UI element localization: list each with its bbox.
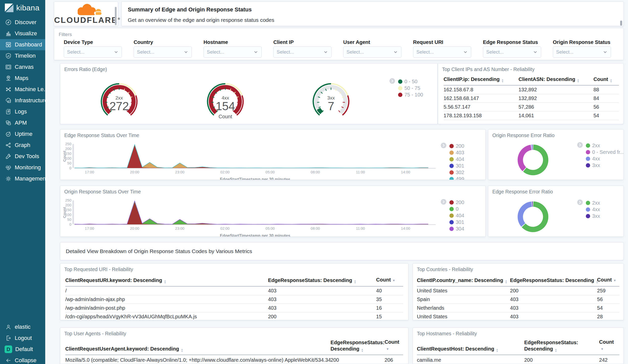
sidebar-item-monitoring[interactable]: Monitoring [0,162,45,173]
legend-item[interactable]: 0 - 50 [389,78,423,85]
table-row[interactable]: United States200259 [417,287,619,295]
sort-desc-icon[interactable]: ▼ [392,279,395,282]
sort-icon[interactable]: ▲▼ [181,348,183,352]
legend-item[interactable]: 0 - Served fr... [577,149,624,155]
y-axis-title: Count [62,205,67,220]
filter-select-user-agent[interactable]: Select... [343,46,401,58]
sidebar-item-management[interactable]: Management [0,173,45,184]
filter-select-device-type[interactable]: Select... [64,46,122,58]
sidebar-item-apm[interactable]: APM [0,117,45,128]
panel-scrollbar[interactable] [115,7,117,25]
sidebar-item-collapse[interactable]: Collapse [0,355,45,364]
sidebar-item-label: Management [15,175,47,182]
sidebar-item-machine-le[interactable]: Machine Le... [0,84,45,95]
table-row[interactable]: Netherlands40354 [417,304,619,312]
column-header[interactable]: ClientIP.country_name: Descending▲▼ [417,277,510,284]
column-header[interactable]: EdgeResponseStatus:Descending▲▼ [331,339,385,352]
sidebar-item-default[interactable]: DDefault [0,344,45,355]
column-header[interactable]: Count▲▼ [593,76,619,83]
column-header[interactable]: ClientASN: Descending▲▼ [519,76,593,83]
filter-select-request-uri[interactable]: Select... [413,46,471,58]
column-header[interactable]: EdgeResponseStatus: Descending▲▼ [268,277,376,284]
table-row[interactable]: 5.56.57.14757,28656 [444,103,619,111]
sidebar-item-dev-tools[interactable]: Dev Tools [0,151,45,162]
legend-item[interactable]: 4xx [577,155,624,162]
sort-icon[interactable]: ▲▼ [577,79,579,83]
sidebar-item-dashboard[interactable]: Dashboard [0,39,45,50]
gauge-3xx[interactable]: 3xx7 [307,78,355,119]
sort-icon[interactable]: ▲▼ [555,348,557,352]
edge-error-donut[interactable] [515,199,551,236]
column-header[interactable]: Count▼ [597,277,619,284]
filter-select-hostname[interactable]: Select... [203,46,262,58]
sort-icon[interactable]: ▲▼ [496,348,498,352]
table-row[interactable]: 162.158.68.147132,89284 [444,94,619,103]
column-header[interactable]: Count▼ [376,277,403,284]
filter-select-origin-response-status[interactable]: Select... [553,46,611,58]
table-row[interactable]: 162.158.67.8132,89288 [444,86,619,94]
expand-legend-icon[interactable] [389,78,395,85]
column-header[interactable]: Count▼ [599,339,619,352]
sort-icon[interactable]: ▲▼ [505,280,507,284]
table-cell: 84 [593,95,619,101]
filter-select-client-ip[interactable]: Select... [273,46,332,58]
table-row[interactable]: United States40328 [417,312,619,320]
filter-select-edge-response-status[interactable]: Select... [483,46,541,58]
column-header[interactable]: Count▼ [385,339,403,352]
sidebar-item-logout[interactable]: Logout [0,333,45,344]
legend-item[interactable]: 3xx [577,162,624,169]
table-row[interactable]: 178.128.193.15814,06154 [444,111,619,120]
column-header[interactable]: EdgeResponseStatus: Descending▲▼ [510,277,597,284]
kibana-logo[interactable]: kibana [0,0,45,16]
legend-item[interactable]: 75 - 100 [389,91,423,98]
sidebar-nav: DiscoverVisualizeDashboardTimelionCanvas… [0,17,45,184]
legend-item[interactable]: 4xx [577,206,600,213]
sidebar-item-timelion[interactable]: Timelion [0,50,45,61]
sort-icon[interactable]: ▲▼ [610,79,612,83]
sidebar-item-uptime[interactable]: Uptime [0,128,45,140]
gauge-2xx[interactable]: 2xx272 [95,78,143,119]
sidebar-item-graph[interactable]: Graph [0,140,45,151]
sidebar-item-logs[interactable]: Logs [0,106,45,117]
sort-icon[interactable]: ▲▼ [354,280,356,284]
table-row[interactable]: camilia.me200242 [417,355,619,364]
column-header[interactable]: ClientRequestHost: Descending▲▼ [417,346,524,352]
sidebar-item-label: Collapse [15,357,37,364]
sidebar-item-canvas[interactable]: Canvas [0,61,45,73]
table-row[interactable]: Spain40356 [417,295,619,304]
sort-icon[interactable]: ▲▼ [501,79,504,83]
sidebar-item-infrastructure[interactable]: Infrastructure [0,95,45,106]
sort-desc-icon[interactable]: ▼ [601,347,604,351]
column-header[interactable]: EdgeResponseStatus:Descending▲▼ [524,339,599,352]
panel-scrollbar[interactable] [620,21,622,26]
legend-item[interactable]: 50 - 75 [389,85,423,91]
sidebar-item-elastic[interactable]: elastic [0,321,45,333]
table-row[interactable]: /cdn-cgi/apps/head/xVgyKhR-vV3dAUGhMqfBc… [65,312,403,320]
sidebar-item-visualize[interactable]: Visualize [0,28,45,39]
table-row[interactable]: Mozilla/5.0 (compatible; CloudFlare-Alwa… [65,355,403,364]
sidebar-item-discover[interactable]: Discover [0,17,45,28]
dashboard-title: Summary of Edge and Origin Response Stat… [128,6,252,13]
legend-color-dot [398,79,402,84]
filter-select-country[interactable]: Select... [134,46,192,58]
svg-text:7: 7 [328,100,334,113]
sort-icon[interactable]: ▲▼ [164,280,166,284]
column-header[interactable]: ClientIP.ip: Descending▲▼ [444,76,519,83]
management-icon [5,175,12,182]
sort-icon[interactable]: ▲▼ [361,348,363,352]
legend-item[interactable]: 3xx [577,213,600,219]
legend-item[interactable]: 2xx [577,142,624,149]
gauge-4xx[interactable]: 4xx154 [201,78,249,119]
sort-desc-icon[interactable]: ▼ [386,347,389,351]
sidebar-item-maps[interactable]: Maps [0,73,45,84]
origin-error-donut[interactable] [515,142,551,179]
table-row[interactable]: /40340 [65,287,403,295]
expand-legend-icon[interactable] [577,142,583,149]
column-header[interactable]: ClientRequestUserAgent.keyword: Descendi… [65,346,331,352]
column-header[interactable]: ClientRequestURI.keyword: Descending▲▼ [65,277,268,284]
sort-desc-icon[interactable]: ▼ [613,279,616,282]
table-row[interactable]: /wp-admin/admin-ajax.php40335 [65,295,403,304]
expand-legend-icon[interactable] [577,200,583,206]
legend-item[interactable]: 2xx [577,200,600,206]
table-row[interactable]: /wp-admin/admin-post.php40316 [65,304,403,312]
